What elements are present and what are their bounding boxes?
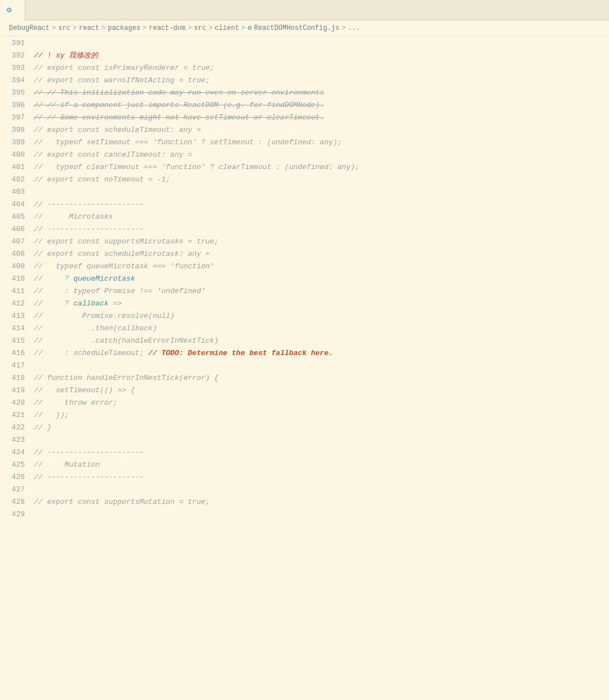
line-number: 396	[9, 99, 25, 112]
line-number: 420	[9, 397, 25, 409]
line-number: 408	[9, 248, 25, 260]
code-line: // typeof clearTimeout === 'function' ? …	[34, 161, 609, 174]
code-content: // ! sy 我修改的// export const isPrimaryRen…	[29, 36, 609, 700]
code-line: // ----------------------	[34, 471, 609, 484]
code-line: // ? queueMicrotask	[34, 273, 609, 285]
code-line: // export const supportsMicrotasks = tru…	[34, 236, 609, 248]
tab-file-icon: ⚙	[7, 5, 11, 15]
code-line: // ----------------------	[34, 223, 609, 236]
line-number: 393	[9, 62, 25, 74]
code-line: // Microtasks	[34, 211, 609, 223]
line-number: 394	[9, 74, 25, 87]
code-line: // ----------------------	[34, 446, 609, 459]
code-line: // setTimeout(() => {	[34, 384, 609, 397]
code-line: // typeof queueMicrotask === 'function'	[34, 260, 609, 273]
editor: 3913923933943953963973983994004014024034…	[0, 36, 609, 700]
code-line: // export const supportsMutation = true;	[34, 496, 609, 508]
code-line: // // This initialization code may run e…	[34, 87, 609, 99]
line-number: 402	[9, 174, 25, 186]
line-number: 423	[9, 434, 25, 446]
code-line	[34, 434, 609, 446]
line-number: 417	[9, 360, 25, 372]
line-number: 415	[9, 335, 25, 347]
code-line: // .then(callback)	[34, 322, 609, 335]
code-line: // export const isPrimaryRenderer = true…	[34, 62, 609, 74]
code-line: // });	[34, 409, 609, 422]
code-line: // // if a component just imports ReactD…	[34, 99, 609, 112]
code-line: // }	[34, 422, 609, 434]
line-number: 418	[9, 372, 25, 384]
code-line: // export const scheduleTimeout: any =	[34, 124, 609, 136]
line-number: 427	[9, 484, 25, 496]
code-area: 3913923933943953963973983994004014024034…	[0, 36, 609, 700]
line-number: 407	[9, 236, 25, 248]
code-line: // ? callback =>	[34, 298, 609, 310]
code-line: // export const warnsIfNotActing = true;	[34, 74, 609, 87]
code-line: // ! sy 我修改的	[34, 50, 609, 62]
tab-bar: ⚙	[0, 0, 609, 20]
code-line	[34, 186, 609, 198]
line-number: 400	[9, 149, 25, 161]
breadcrumb: DebugReact > src > react > packages > re…	[0, 20, 609, 36]
line-number: 405	[9, 211, 25, 223]
line-number: 406	[9, 223, 25, 236]
code-line: // export const scheduleMicrotask: any =	[34, 248, 609, 260]
code-line: // .catch(handleErrorInNextTick)	[34, 335, 609, 347]
line-number: 422	[9, 422, 25, 434]
code-line: // Mutation	[34, 459, 609, 471]
code-line: // : scheduleTimeout; // TODO: Determine…	[34, 347, 609, 360]
line-number: 421	[9, 409, 25, 422]
code-line: // : typeof Promise !== 'undefined'	[34, 285, 609, 298]
code-line: // throw error;	[34, 397, 609, 409]
code-line	[34, 360, 609, 372]
code-line	[34, 508, 609, 521]
line-number: 424	[9, 446, 25, 459]
line-number: 401	[9, 161, 25, 174]
line-number: 429	[9, 508, 25, 521]
line-number: 414	[9, 322, 25, 335]
code-line: // ----------------------	[34, 198, 609, 211]
line-number: 395	[9, 87, 25, 99]
line-number: 409	[9, 260, 25, 273]
line-number: 419	[9, 384, 25, 397]
file-tab[interactable]: ⚙	[0, 0, 25, 20]
line-number: 412	[9, 298, 25, 310]
line-number: 410	[9, 273, 25, 285]
line-number: 403	[9, 186, 25, 198]
line-number: 416	[9, 347, 25, 360]
line-number: 404	[9, 198, 25, 211]
line-number: 397	[9, 112, 25, 124]
code-line: // export const cancelTimeout: any =	[34, 149, 609, 161]
code-line	[34, 37, 609, 50]
code-line: // Promise.resolve(null)	[34, 310, 609, 322]
line-number: 398	[9, 124, 25, 136]
code-line: // function handleErrorInNextTick(error)…	[34, 372, 609, 384]
line-number: 391	[9, 37, 25, 50]
line-number: 392	[9, 50, 25, 62]
line-number: 413	[9, 310, 25, 322]
line-number: 411	[9, 285, 25, 298]
line-number: 399	[9, 136, 25, 149]
code-line: // export const noTimeout = -1;	[34, 174, 609, 186]
code-line: // // Some environments might not have s…	[34, 112, 609, 124]
line-number: 428	[9, 496, 25, 508]
line-numbers: 3913923933943953963973983994004014024034…	[0, 36, 29, 700]
code-line	[34, 484, 609, 496]
line-number: 426	[9, 471, 25, 484]
line-number: 425	[9, 459, 25, 471]
code-line: // typeof setTimeout === 'function' ? se…	[34, 136, 609, 149]
